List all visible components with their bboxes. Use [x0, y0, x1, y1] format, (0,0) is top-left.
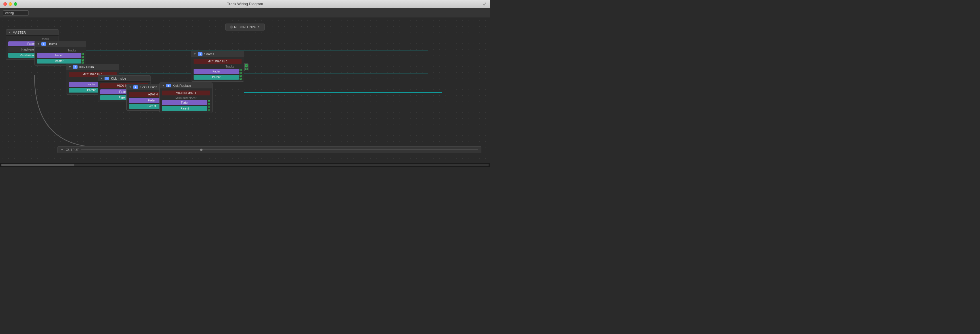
traffic-lights: [3, 2, 17, 6]
h-scrollbar: [0, 163, 490, 167]
kick-replace-port-4: [208, 109, 210, 111]
snares-fader-section: Fader: [194, 69, 242, 74]
record-icon: [230, 26, 233, 29]
snares-header: ▼ 6 Snares: [191, 51, 244, 57]
record-inputs-label: RECORD INPUTS: [234, 25, 260, 29]
kick-replace-plugin: MDrumReplacer: [162, 97, 210, 100]
snares-title: Snares: [204, 52, 214, 56]
kick-inside-header: ▼ 3 Kick Inside: [98, 75, 151, 82]
kick-drum-header: ▼ 2 Kick Drum: [66, 64, 119, 70]
kick-replace-collapse-icon[interactable]: ▼: [162, 84, 165, 87]
snares-right-port-2: [245, 67, 248, 70]
kick-replace-fader-button[interactable]: Fader: [162, 100, 207, 105]
output-slider-thumb: [200, 149, 202, 151]
snares-port-3: [240, 75, 242, 77]
drums-tracks-label: Tracks: [37, 49, 84, 52]
kick-replace-input: MIC/LINE/HIZ 1: [162, 91, 210, 96]
snares-fader-button[interactable]: Fader: [194, 69, 239, 74]
kick-replace-port-2: [208, 103, 210, 105]
kick-replace-header: ▼ 5 Kick Replace: [160, 83, 212, 89]
snares-parent-ports: [240, 75, 242, 80]
drums-fader-ports: [81, 53, 84, 58]
kick-drum-title: Kick Drum: [79, 65, 94, 69]
kick-replace-parent-section: Parent: [162, 106, 210, 111]
master-tracks-label: Tracks: [8, 37, 56, 40]
kick-replace-parent-button[interactable]: Parent: [162, 106, 207, 111]
minimize-button[interactable]: [9, 2, 12, 6]
snares-input: MIC/LINE/HIZ 1: [194, 59, 242, 64]
output-slider[interactable]: [81, 149, 478, 150]
master-header: ▼ MASTER: [6, 30, 59, 36]
drums-port-3: [81, 59, 84, 61]
drums-node: ▼ 1 Drums Tracks Fader Master: [35, 41, 86, 66]
scrollbar-track[interactable]: [1, 164, 489, 166]
view-dropdown[interactable]: Wiring Signal Routing: [3, 10, 29, 16]
drums-fader-section: Fader: [37, 53, 84, 58]
snares-number: 6: [198, 52, 202, 56]
drums-master-section: Master: [37, 59, 84, 64]
snares-port-1: [240, 69, 242, 71]
drums-fader-inner: Fader Master: [37, 53, 84, 64]
drums-port-2: [81, 56, 84, 58]
output-label: OUTPUT: [66, 148, 79, 152]
drums-title: Drums: [48, 42, 57, 46]
kick-replace-node: ▼ 5 Kick Replace MIC/LINE/HIZ 1 MDrumRep…: [159, 83, 213, 113]
kick-replace-fader-ports: [208, 100, 210, 105]
master-collapse-icon[interactable]: ▼: [8, 31, 11, 34]
snares-parent-section: Parent: [194, 75, 242, 80]
output-collapse-icon[interactable]: ▼: [60, 148, 64, 152]
snares-parent-button[interactable]: Parent: [194, 75, 239, 80]
snares-node: ▼ 6 Snares MIC/LINE/HIZ 1 Tracks Fader P…: [191, 51, 244, 82]
kick-replace-title: Kick Replace: [173, 84, 191, 87]
snares-tracks-label: Tracks: [194, 65, 242, 68]
kick-outside-collapse-icon[interactable]: ▼: [129, 86, 132, 88]
kick-replace-port-3: [208, 106, 210, 108]
toolbar: Wiring Signal Routing: [0, 8, 490, 18]
snares-port-2: [240, 72, 242, 74]
close-button[interactable]: [3, 2, 7, 6]
snares-right-panel: [244, 63, 248, 71]
snares-collapse-icon[interactable]: ▼: [194, 53, 196, 56]
scrollbar-thumb: [1, 164, 75, 166]
kick-inside-collapse-icon[interactable]: ▼: [100, 77, 103, 80]
drums-master-button[interactable]: Master: [37, 59, 81, 64]
drums-body: Tracks Fader Master: [35, 47, 86, 65]
maximize-button[interactable]: [14, 2, 17, 6]
snares-right-port-1: [245, 64, 248, 67]
kick-outside-title: Kick Outside: [140, 85, 158, 89]
drums-header: ▼ 1 Drums: [35, 41, 86, 47]
canvas-area: RECORD INPUTS ▼ MASTER Tracks Fader Hard…: [0, 18, 490, 167]
record-inputs-button[interactable]: RECORD INPUTS: [226, 24, 264, 30]
kick-replace-port-1: [208, 100, 210, 102]
kick-replace-number: 5: [166, 84, 171, 87]
kick-replace-fader-section: Fader: [162, 100, 210, 105]
kick-replace-parent-ports: [208, 106, 210, 111]
drums-port-1: [81, 53, 84, 55]
drums-number: 1: [41, 42, 46, 46]
master-title: MASTER: [13, 31, 26, 34]
drums-collapse-icon[interactable]: ▼: [37, 43, 40, 45]
kick-drum-collapse-icon[interactable]: ▼: [68, 66, 71, 69]
kick-replace-body: MIC/LINE/HIZ 1 MDrumReplacer Fader Paren…: [160, 89, 212, 113]
snares-body: MIC/LINE/HIZ 1 Tracks Fader Parent: [191, 57, 244, 82]
drums-fader-button[interactable]: Fader: [37, 53, 81, 58]
kick-outside-number: 4: [133, 85, 138, 89]
drums-fader-row: Fader Master: [37, 53, 84, 64]
snares-port-4: [240, 78, 242, 80]
drums-port-4: [81, 62, 84, 64]
drums-master-ports: [81, 59, 84, 64]
titlebar: Track Wiring Diagram ⤢: [0, 0, 490, 8]
snares-fader-ports: [240, 69, 242, 74]
kick-inside-title: Kick Inside: [111, 77, 126, 80]
resize-icon[interactable]: ⤢: [483, 1, 487, 6]
kick-inside-number: 3: [105, 77, 109, 80]
output-bar: ▼ OUTPUT: [57, 146, 481, 153]
window-title: Track Wiring Diagram: [227, 2, 263, 6]
kick-drum-number: 2: [73, 65, 78, 69]
